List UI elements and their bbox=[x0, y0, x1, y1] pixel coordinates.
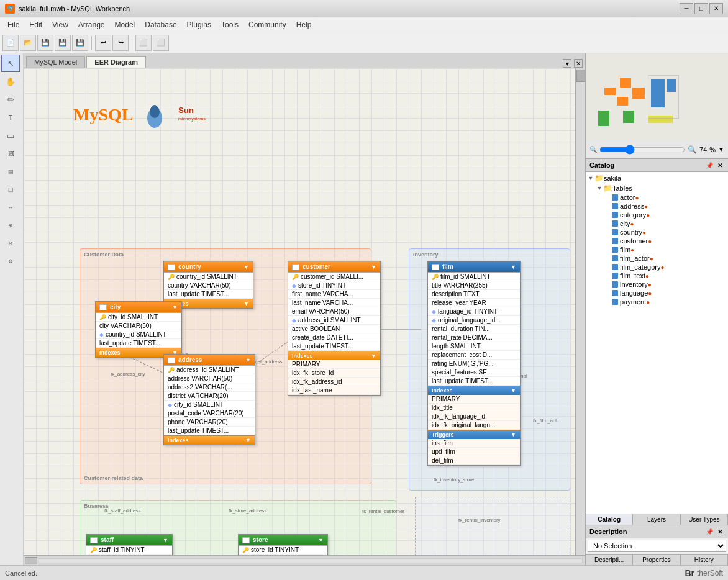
menu-arrange[interactable]: Arrange bbox=[73, 19, 110, 30]
hand-tool[interactable]: ✋ bbox=[1, 73, 20, 90]
tree-film-text[interactable]: film_text ● bbox=[587, 271, 727, 280]
horizontal-scrollbar[interactable] bbox=[24, 555, 585, 565]
minimap[interactable]: 🔍 🔍 74 % ▼ bbox=[586, 53, 728, 159]
mini-viewport[interactable] bbox=[648, 75, 679, 119]
table-customer-indexes-header[interactable]: Indexes ▼ bbox=[288, 351, 380, 360]
tree-tables-group[interactable]: ▼ 📁 Tables bbox=[587, 183, 727, 193]
catalog-close-button[interactable]: ✕ bbox=[716, 161, 724, 170]
table-address-header[interactable]: address ▼ bbox=[164, 355, 255, 365]
catalog-tree[interactable]: ▼ 📁 sakila ▼ 📁 Tables actor ● bbox=[586, 172, 728, 514]
vertical-scrollbar[interactable] bbox=[575, 68, 585, 555]
undo-button[interactable]: ↩ bbox=[95, 35, 111, 51]
eer-canvas[interactable]: MySQL Sunmicrosystems Customer Data Cust… bbox=[24, 68, 585, 555]
table-address-indexes[interactable]: Indexes ▼ bbox=[164, 435, 255, 445]
new-button[interactable]: 📄 bbox=[2, 35, 19, 51]
close-button[interactable]: ✕ bbox=[709, 3, 723, 14]
save-button[interactable]: 💾 bbox=[37, 35, 53, 51]
redo-button[interactable]: ↪ bbox=[112, 35, 129, 51]
rel1-tool[interactable]: ↔ bbox=[1, 199, 20, 216]
tree-payment[interactable]: payment ● bbox=[587, 297, 727, 306]
scroll-thumb[interactable] bbox=[576, 70, 585, 82]
tree-category[interactable]: category ● bbox=[587, 211, 727, 219]
menu-plugins[interactable]: Plugins bbox=[182, 19, 216, 30]
table-store-header[interactable]: store ▼ bbox=[239, 535, 327, 545]
desc-tab-history[interactable]: History bbox=[681, 555, 728, 565]
tree-language-label: language bbox=[620, 289, 648, 297]
catalog-tab[interactable]: Catalog bbox=[586, 514, 633, 525]
tree-city[interactable]: city ● bbox=[587, 219, 727, 228]
table-staff[interactable]: staff ▼ 🔑staff_id TINYINT first_name VAR… bbox=[86, 534, 173, 555]
zoom-slider[interactable] bbox=[599, 145, 685, 154]
image-tool[interactable]: 🖼 bbox=[1, 145, 20, 162]
description-select[interactable]: No Selection bbox=[588, 540, 726, 552]
open-button[interactable]: 📂 bbox=[20, 35, 36, 51]
hscroll-track[interactable] bbox=[39, 558, 583, 563]
select-tool[interactable]: ↖ bbox=[1, 55, 20, 72]
mysql-dolphin bbox=[139, 99, 170, 130]
desc-tab-properties[interactable]: Properties bbox=[633, 555, 680, 565]
table-store[interactable]: store ▼ 🔑store_id TINYINT ◆manager_staff… bbox=[238, 534, 328, 555]
tree-film-actor[interactable]: film_actor ● bbox=[587, 254, 727, 263]
rel3-tool[interactable]: ⊖ bbox=[1, 235, 20, 252]
menu-model[interactable]: Model bbox=[110, 19, 140, 30]
save2-button[interactable]: 💾 bbox=[72, 35, 88, 51]
table-customer[interactable]: customer ▼ 🔑customer_id SMALLI... ◆store… bbox=[288, 261, 381, 396]
rel2-tool[interactable]: ⊕ bbox=[1, 217, 20, 234]
table-city-header[interactable]: city ▼ bbox=[96, 302, 181, 312]
table-icon bbox=[612, 220, 618, 227]
text-tool[interactable]: T bbox=[1, 109, 20, 126]
menu-database[interactable]: Database bbox=[140, 19, 181, 30]
table-address[interactable]: address ▼ 🔑address_id SMALLINT address V… bbox=[163, 354, 255, 445]
tree-expand-root[interactable]: ▼ bbox=[587, 175, 594, 181]
table-film-indexes-header[interactable]: Indexes ▼ bbox=[428, 386, 520, 395]
tab-x-button[interactable]: ✕ bbox=[574, 59, 583, 68]
menu-file[interactable]: File bbox=[2, 19, 24, 30]
table-customer-header[interactable]: customer ▼ bbox=[288, 261, 380, 272]
table-row: special_features SE... bbox=[428, 368, 520, 377]
minimize-button[interactable]: ─ bbox=[680, 3, 693, 14]
tree-language[interactable]: language ● bbox=[587, 289, 727, 297]
table-film[interactable]: film ▼ 🔑film_id SMALLINT title VARCHAR(2… bbox=[427, 261, 521, 466]
titlebar: 🐬 sakila_full.mwb - MySQL Workbench ─ □ … bbox=[0, 0, 728, 17]
menu-help[interactable]: Help bbox=[291, 19, 317, 30]
tab-eer-diagram[interactable]: EER Diagram bbox=[86, 56, 146, 68]
rel4-tool[interactable]: ⚙ bbox=[1, 253, 20, 270]
tree-film[interactable]: film ● bbox=[587, 245, 727, 254]
zoom-dropdown[interactable]: ▼ bbox=[718, 146, 724, 153]
table-film-triggers-header[interactable]: Triggers ▼ bbox=[428, 430, 520, 439]
tree-customer[interactable]: customer ● bbox=[587, 237, 727, 245]
tab-mysql-model[interactable]: MySQL Model bbox=[26, 56, 85, 68]
table-city[interactable]: city ▼ 🔑city_id SMALLINT city VARCHAR(50… bbox=[95, 301, 182, 358]
tree-root[interactable]: ▼ 📁 sakila bbox=[587, 173, 727, 183]
desc-pin-button[interactable]: 📌 bbox=[705, 527, 714, 536]
eraser-tool[interactable]: ✏ bbox=[1, 91, 20, 108]
tree-expand-tables[interactable]: ▼ bbox=[596, 185, 603, 191]
tab-close-button[interactable]: ▾ bbox=[563, 59, 571, 68]
menu-community[interactable]: Community bbox=[243, 19, 291, 30]
desc-tab-description[interactable]: Descripti... bbox=[586, 555, 633, 565]
tree-inventory[interactable]: inventory ● bbox=[587, 280, 727, 289]
table-film-header[interactable]: film ▼ bbox=[428, 261, 520, 272]
menu-tools[interactable]: Tools bbox=[216, 19, 243, 30]
tree-address[interactable]: address ● bbox=[587, 202, 727, 211]
layers-tab[interactable]: Layers bbox=[633, 514, 680, 525]
user-types-tab[interactable]: User Types bbox=[681, 514, 728, 525]
menu-view[interactable]: View bbox=[47, 19, 73, 30]
maximize-button[interactable]: □ bbox=[694, 3, 708, 14]
tree-country[interactable]: country ● bbox=[587, 228, 727, 237]
save-as-button[interactable]: 💾 bbox=[55, 35, 71, 51]
view-tool[interactable]: ◫ bbox=[1, 181, 20, 198]
tree-film-category[interactable]: film_category ● bbox=[587, 263, 727, 271]
tree-actor[interactable]: actor ● bbox=[587, 193, 727, 202]
tool1-button[interactable]: ⬜ bbox=[135, 35, 152, 51]
desc-close-button[interactable]: ✕ bbox=[716, 527, 724, 536]
table-staff-header[interactable]: staff ▼ bbox=[86, 535, 172, 545]
table-tool[interactable]: ▤ bbox=[1, 163, 20, 180]
tool2-button[interactable]: ⬜ bbox=[153, 35, 169, 51]
canvas-scroll[interactable]: MySQL Sunmicrosystems Customer Data Cust… bbox=[24, 68, 585, 555]
table-country-header[interactable]: country ▼ bbox=[164, 261, 253, 272]
hscroll-thumb[interactable] bbox=[25, 557, 37, 564]
catalog-pin-button[interactable]: 📌 bbox=[705, 161, 714, 170]
menu-edit[interactable]: Edit bbox=[24, 19, 47, 30]
rect-tool[interactable]: ▭ bbox=[1, 127, 20, 144]
